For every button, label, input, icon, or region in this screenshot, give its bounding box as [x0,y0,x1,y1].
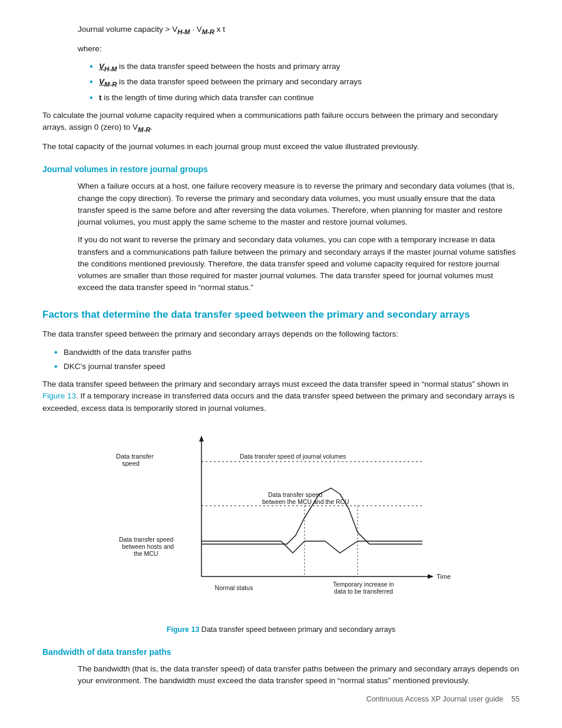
para2: The total capacity of the journal volume… [42,141,520,153]
bullet-vhm-text: VH-M is the data transfer speed between … [99,62,340,71]
chart-curve-hosts [201,541,422,553]
formula-block: Journal volume capacity > VH-M · VM-R x … [78,24,520,104]
chart-hosts-label3: the MCU [134,550,158,557]
chart-svg: Data transfer speed Time Data transfer s… [110,426,452,609]
section2-content: The bandwidth (that is, the data transfe… [78,663,520,687]
footer: Continuous Access XP Journal user guide … [366,694,520,705]
formula-where: where: [78,43,520,55]
section1-content: When a failure occurs at a host, one fai… [78,180,520,294]
major-para2-suffix: . If a temporary increase in transferred… [42,391,514,412]
major-bullet2-text: DKC’s journal transfer speed [64,362,165,371]
chart-temp-label1: Temporary increase in [333,581,394,588]
figure-caption: Figure 13 Data transfer speed between pr… [42,624,520,635]
bullet-vmr: VM-R is the data transfer speed between … [90,76,520,90]
formula-bullets: VH-M is the data transfer speed between … [78,61,520,104]
chart-normal-label: Normal status [215,584,253,591]
major-bullets: Bandwidth of the data transfer paths DKC… [42,347,520,373]
section2-para: The bandwidth (that is, the data transfe… [78,663,520,687]
bullet-t: t is the length of time during which dat… [90,92,520,104]
major-para2: The data transfer speed between the prim… [42,378,520,414]
chart-container: Data transfer speed Time Data transfer s… [110,426,452,612]
footer-text: Continuous Access XP Journal user guide [366,695,504,703]
figure-label: Figure 13 [167,625,200,634]
section1-heading: Journal volumes in restore journal group… [42,163,520,176]
chart-mcu-rcu-label2: between the MCU and the RCU [262,498,349,505]
major-para1: The data transfer speed between the prim… [42,328,520,340]
chart-y-label-line1: Data transfer [116,453,154,460]
chart-mcu-rcu-label1: Data transfer speed [268,491,322,498]
major-heading: Factors that determine the data transfer… [42,308,520,322]
chart-hosts-label2: between hosts and [122,543,174,550]
section2-heading: Bandwidth of data transfer paths [42,646,520,658]
sub-mr-para: M-R [138,126,150,133]
chart-hosts-label1: Data transfer speed [119,536,173,543]
bullet-vhm: VH-M is the data transfer speed between … [90,61,520,74]
footer-page-number: 55 [511,695,520,703]
major-para2-prefix: The data transfer speed between the prim… [42,380,508,388]
figure-caption-text: Data transfer speed between primary and … [199,625,395,634]
section1-para2: If you do not want to reverse the primar… [78,234,520,294]
bullet-t-text: t is the length of time during which dat… [99,93,314,102]
chart-temp-label2: data to be transferred [334,588,394,595]
section1-para1: When a failure occurs at a host, one fai… [78,180,520,228]
major-bullet1: Bandwidth of the data transfer paths [54,347,520,358]
chart-y-arrow [199,436,204,442]
major-bullet2: DKC’s journal transfer speed [54,361,520,373]
formula-line1: Journal volume capacity > VH-M · VM-R x … [78,24,520,37]
chart-y-label-line2: speed [122,460,140,467]
sub-mr-formula: M-R [202,28,214,35]
bullet-vmr-text: VM-R is the data transfer speed between … [99,77,362,86]
sub-hm: H-M [177,28,190,35]
chart-time-label: Time [437,573,451,580]
figure13-link[interactable]: Figure 13 [42,391,76,400]
para1: To calculate the journal volume capacity… [42,110,520,135]
chart-x-arrow [428,574,434,579]
chart-journal-label: Data transfer speed of journal volumes [240,453,346,460]
major-bullet1-text: Bandwidth of the data transfer paths [64,348,191,357]
